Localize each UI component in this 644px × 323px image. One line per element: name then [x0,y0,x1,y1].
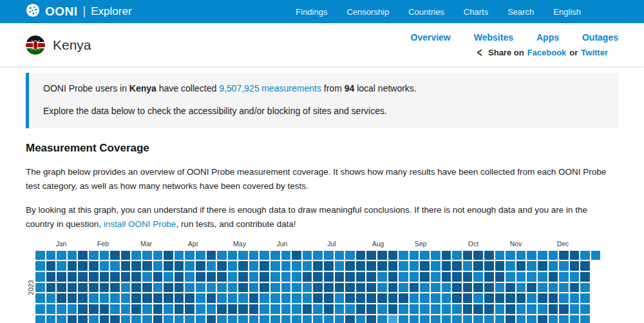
heatmap-cell[interactable] [260,304,269,314]
heatmap-cell[interactable] [303,283,312,293]
heatmap-cell[interactable] [388,315,398,323]
heatmap-cell[interactable] [196,272,205,282]
heatmap-cell[interactable] [356,304,366,314]
heatmap-cell[interactable] [68,272,77,282]
heatmap-cell[interactable] [442,315,451,323]
heatmap-cell[interactable] [345,304,355,314]
heatmap-cell[interactable] [281,304,291,314]
heatmap-cell[interactable] [516,315,526,323]
heatmap-cell[interactable] [292,293,301,303]
heatmap-cell[interactable] [249,283,259,293]
heatmap-cell[interactable] [420,293,430,303]
heatmap-cell[interactable] [78,261,88,271]
heatmap-cell[interactable] [89,251,99,260]
heatmap-cell[interactable] [238,251,248,260]
heatmap-cell[interactable] [399,283,408,293]
heatmap-cell[interactable] [549,251,558,260]
heatmap-cell[interactable] [35,304,45,314]
heatmap-cell[interactable] [516,293,526,303]
heatmap-cell[interactable] [68,251,77,260]
heatmap-cell[interactable] [270,304,280,314]
heatmap-cell[interactable] [580,293,590,303]
heatmap-cell[interactable] [303,315,312,323]
heatmap-cell[interactable] [164,283,173,293]
heatmap-cell[interactable] [228,283,238,293]
heatmap-cell[interactable] [303,304,312,314]
navbar-item-search[interactable]: Search [507,7,534,17]
heatmap-cell[interactable] [559,304,569,314]
heatmap-cell[interactable] [249,293,259,303]
heatmap-cell[interactable] [377,304,387,314]
heatmap-cell[interactable] [110,283,120,293]
heatmap-cell[interactable] [281,261,291,271]
heatmap-cell[interactable] [175,293,184,303]
heatmap-cell[interactable] [388,304,398,314]
heatmap-cell[interactable] [452,315,462,323]
heatmap-cell[interactable] [324,293,334,303]
heatmap-cell[interactable] [410,315,419,323]
heatmap-cell[interactable] [270,283,280,293]
heatmap-cell[interactable] [442,304,451,314]
heatmap-cell[interactable] [100,261,109,271]
heatmap-cell[interactable] [100,304,109,314]
heatmap-cell[interactable] [313,315,323,323]
heatmap-cell[interactable] [131,261,141,271]
heatmap-cell[interactable] [175,251,184,260]
heatmap-cell[interactable] [473,315,483,323]
heatmap-cell[interactable] [399,261,408,271]
heatmap-cell[interactable] [185,304,194,314]
heatmap-cell[interactable] [366,315,376,323]
heatmap-cell[interactable] [516,272,526,282]
heatmap-cell[interactable] [131,272,141,282]
heatmap-cell[interactable] [185,293,194,303]
heatmap-cell[interactable] [131,293,141,303]
heatmap-cell[interactable] [388,293,398,303]
heatmap-cell[interactable] [270,315,280,323]
heatmap-cell[interactable] [35,261,45,271]
heatmap-cell[interactable] [142,283,152,293]
heatmap-cell[interactable] [442,251,451,260]
heatmap-cell[interactable] [46,261,56,271]
heatmap-cell[interactable] [68,304,77,314]
heatmap-cell[interactable] [377,283,387,293]
heatmap-cell[interactable] [431,272,440,282]
heatmap-cell[interactable] [313,272,323,282]
heatmap-cell[interactable] [228,315,238,323]
heatmap-cell[interactable] [324,261,334,271]
heatmap-cell[interactable] [249,251,259,260]
heatmap-cell[interactable] [324,251,334,260]
share-facebook-link[interactable]: Facebook [527,48,567,57]
heatmap-cell[interactable] [356,251,366,260]
heatmap-cell[interactable] [527,283,536,293]
heatmap-cell[interactable] [410,261,419,271]
heatmap-cell[interactable] [238,315,248,323]
heatmap-cell[interactable] [484,251,494,260]
heatmap-cell[interactable] [303,251,312,260]
heatmap-cell[interactable] [164,261,173,271]
heatmap-cell[interactable] [473,304,483,314]
heatmap-cell[interactable] [100,272,109,282]
heatmap-cell[interactable] [313,304,323,314]
heatmap-cell[interactable] [260,251,269,260]
heatmap-cell[interactable] [538,283,547,293]
heatmap-cell[interactable] [538,272,547,282]
heatmap-cell[interactable] [484,293,494,303]
heatmap-cell[interactable] [335,251,345,260]
heatmap-cell[interactable] [185,251,194,260]
heatmap-cell[interactable] [442,272,451,282]
heatmap-cell[interactable] [78,304,88,314]
heatmap-cell[interactable] [89,293,99,303]
heatmap-cell[interactable] [292,315,301,323]
heatmap-cell[interactable] [196,283,205,293]
heatmap-cell[interactable] [281,283,291,293]
heatmap-cell[interactable] [57,304,66,314]
heatmap-cell[interactable] [142,315,152,323]
heatmap-cell[interactable] [175,272,184,282]
heatmap-cell[interactable] [527,251,536,260]
heatmap-cell[interactable] [196,251,205,260]
heatmap-cell[interactable] [68,283,77,293]
heatmap-cell[interactable] [164,293,173,303]
heatmap-cell[interactable] [142,293,152,303]
heatmap-cell[interactable] [356,283,366,293]
navbar-item-charts[interactable]: Charts [464,7,488,17]
